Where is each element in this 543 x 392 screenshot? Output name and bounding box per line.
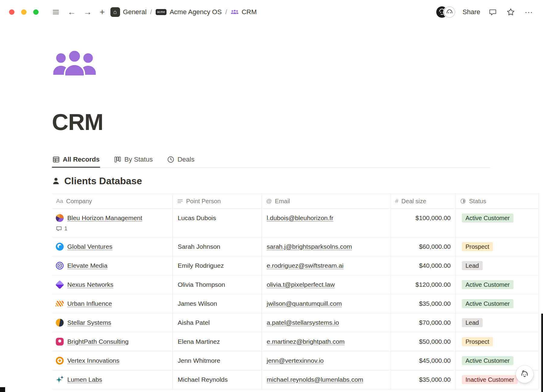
point-person-cell[interactable]: Emily Rodriguez [173, 256, 262, 275]
point-person-cell[interactable]: Olivia Thompson [173, 275, 262, 294]
breadcrumb-item-crm[interactable]: CRM [231, 8, 257, 16]
comments-icon[interactable] [487, 7, 498, 17]
zoom-window-button[interactable] [33, 9, 39, 15]
status-cell[interactable]: Lead [456, 256, 539, 275]
tab-deals[interactable]: Deals [167, 153, 195, 167]
comment-indicator[interactable]: 1 [56, 225, 68, 232]
company-link[interactable]: Lumen Labs [67, 375, 102, 384]
email-link[interactable]: olivia.t@pixelperfect.law [267, 280, 335, 289]
new-page-icon[interactable]: + [98, 6, 106, 18]
tab-by-status[interactable]: By Status [113, 153, 153, 167]
email-link[interactable]: e.rodriguez@swiftstream.ai [267, 261, 344, 270]
deal-size-cell[interactable]: $120,000.00 [391, 275, 456, 294]
email-cell[interactable]: e.martinez@brightpath.com [262, 332, 391, 351]
email-cell[interactable]: a.patel@stellarsystems.io [262, 313, 391, 332]
doodle-face-icon [520, 369, 529, 379]
deal-size-cell[interactable]: $70,000.00 [391, 313, 456, 332]
point-person-cell[interactable]: James Wilson [173, 294, 262, 313]
point-person-cell[interactable]: Aisha Patel [173, 313, 262, 332]
company-link[interactable]: Global Ventures [67, 242, 112, 251]
point-person-cell[interactable]: Jenn Whitmore [173, 351, 262, 370]
status-cell[interactable]: Active Customer [456, 275, 539, 294]
company-cell[interactable]: Elevate Media [52, 256, 173, 275]
column-header-email[interactable]: @ Email [262, 194, 391, 208]
company-cell[interactable]: Nexus Networks [52, 275, 173, 294]
deal-size-cell[interactable]: $45,000.00 [391, 351, 456, 370]
company-cell[interactable]: Stellar Systems [52, 313, 173, 332]
status-cell[interactable]: Active Customer [456, 294, 539, 313]
breadcrumb-item-general[interactable]: ⌂ General [110, 7, 147, 17]
table-view-icon [52, 156, 60, 163]
point-person-cell[interactable]: Sarah Johnson [173, 237, 262, 256]
favorite-star-icon[interactable] [505, 7, 516, 17]
status-badge: Active Customer [462, 356, 513, 365]
company-link[interactable]: Bleu Horizon Management [67, 213, 142, 223]
company-link[interactable]: Urban Influence [67, 299, 112, 308]
point-person-cell[interactable]: Michael Reynolds [173, 370, 262, 389]
company-logo-icon [56, 357, 64, 365]
company-cell[interactable]: Bleu Horizon Management 1 [52, 209, 173, 237]
close-window-button[interactable] [9, 9, 14, 15]
email-cell[interactable]: e.rodriguez@swiftstream.ai [262, 256, 391, 275]
status-cell[interactable]: Prospect [456, 237, 539, 256]
column-header-status[interactable]: Status [456, 194, 539, 208]
window-topbar: ← → + ⌂ General / acme Acme Agency OS / [0, 0, 543, 24]
email-link[interactable]: sarah.j@brightsparksolns.com [267, 242, 352, 251]
screen-edge-artifact [541, 314, 543, 392]
column-header-point-person[interactable]: Point Person [173, 194, 262, 208]
email-link[interactable]: a.patel@stellarsystems.io [267, 318, 339, 327]
column-header-deal-size[interactable]: # Deal size [391, 194, 456, 208]
email-link[interactable]: e.martinez@brightpath.com [267, 337, 345, 346]
minimize-window-button[interactable] [21, 9, 27, 15]
back-icon[interactable]: ← [66, 7, 77, 17]
page-icon-people[interactable] [52, 48, 97, 80]
company-logo-icon [55, 280, 64, 289]
company-cell[interactable]: Vertex Innovations [52, 351, 173, 370]
email-cell[interactable]: sarah.j@brightsparksolns.com [262, 237, 391, 256]
forward-icon[interactable]: → [82, 7, 93, 17]
database-header: Clients Database [52, 174, 543, 188]
company-link[interactable]: Nexus Networks [67, 280, 113, 289]
email-link[interactable]: jenn@vertexinnov.io [267, 356, 324, 365]
company-link[interactable]: Stellar Systems [67, 318, 111, 327]
company-link[interactable]: BrightPath Consulting [67, 337, 129, 346]
point-person-cell[interactable]: Elena Martinez [173, 332, 262, 351]
table-row: Nexus Networks Olivia Thompson olivia.t@… [52, 275, 539, 294]
status-cell[interactable]: Lead [456, 313, 539, 332]
email-link[interactable]: l.dubois@bleuhorizon.fr [267, 213, 333, 223]
collaborator-avatars[interactable] [436, 6, 455, 18]
email-link[interactable]: michael.reynolds@lumenlabs.com [267, 375, 363, 384]
ai-assistant-button[interactable] [516, 365, 533, 383]
point-person-cell[interactable]: Lucas Dubois [173, 209, 262, 237]
email-cell[interactable]: jenn@vertexinnov.io [262, 351, 391, 370]
email-cell[interactable]: olivia.t@pixelperfect.law [262, 275, 391, 294]
breadcrumb-item-acme-agency-os[interactable]: acme Acme Agency OS [156, 8, 222, 16]
column-header-company[interactable]: Aa Company [52, 194, 173, 208]
company-link[interactable]: Elevate Media [67, 261, 107, 270]
company-cell[interactable]: Global Ventures [52, 237, 173, 256]
company-cell[interactable]: Lumen Labs [52, 370, 173, 389]
email-cell[interactable]: l.dubois@bleuhorizon.fr [262, 209, 391, 237]
deal-size-cell[interactable]: $100,000.00 [391, 209, 456, 237]
email-link[interactable]: jwilson@quantumquill.com [267, 299, 342, 308]
topbar-actions: Share ··· [436, 6, 534, 18]
breadcrumb: ⌂ General / acme Acme Agency OS / [110, 7, 257, 17]
email-cell[interactable]: michael.reynolds@lumenlabs.com [262, 370, 391, 389]
tab-all-records[interactable]: All Records [52, 153, 100, 167]
breadcrumb-separator: / [150, 8, 152, 16]
deal-size-cell[interactable]: $60,000.00 [391, 237, 456, 256]
sidebar-toggle-icon[interactable] [51, 9, 61, 16]
deal-size-cell[interactable]: $35,000.00 [391, 294, 456, 313]
deal-size-cell[interactable]: $50,000.00 [391, 332, 456, 351]
company-cell[interactable]: Urban Influence [52, 294, 173, 313]
share-button[interactable]: Share [462, 8, 480, 16]
deal-size-cell[interactable]: $40,000.00 [391, 256, 456, 275]
point-person-value: Olivia Thompson [178, 280, 225, 289]
more-options-icon[interactable]: ··· [523, 7, 534, 17]
company-cell[interactable]: BrightPath Consulting [52, 332, 173, 351]
status-cell[interactable]: Active Customer [456, 209, 539, 237]
email-cell[interactable]: jwilson@quantumquill.com [262, 294, 391, 313]
company-link[interactable]: Vertex Innovations [67, 356, 119, 365]
deal-size-cell[interactable]: $35,000.00 [391, 370, 456, 389]
status-cell[interactable]: Prospect [456, 332, 539, 351]
